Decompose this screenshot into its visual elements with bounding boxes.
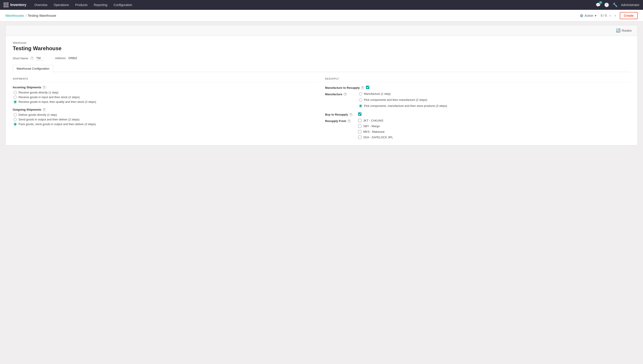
routes-button[interactable]: 🔄 Routes xyxy=(614,28,634,34)
outgoing-radio-3[interactable] xyxy=(14,123,17,126)
incoming-label-1: Receive goods directly (1 step) xyxy=(19,91,58,94)
mfg-option-1: Manufacture (1 step) xyxy=(358,92,447,96)
gear-icon: ⚙️ xyxy=(580,14,583,18)
mfg-label-2: Pick components and then manufacture (2 … xyxy=(364,98,427,102)
app-name: Inventory xyxy=(10,3,26,7)
settings-icon[interactable]: 🔧 xyxy=(613,2,617,7)
buy-to-resupply-checkbox[interactable] xyxy=(358,112,362,116)
incoming-option-3: Receive goods in input, then quality and… xyxy=(13,100,318,104)
mfg-option-2: Pick components and then manufacture (2 … xyxy=(358,98,447,102)
incoming-radio-1[interactable] xyxy=(14,91,17,94)
manufacture-label: Manufacture ? xyxy=(325,92,356,96)
resupply-from-checkbox-3[interactable] xyxy=(358,130,362,134)
short-name-label: Short Name xyxy=(13,57,28,60)
main-content: 🔄 Routes Warehouse Testing Warehouse Sho… xyxy=(0,22,643,149)
menu-operations[interactable]: Operations xyxy=(51,2,72,8)
manufacture-options: Manufacture (1 step) Pick components and… xyxy=(358,92,447,109)
top-menu: Overview Operations Products Reporting C… xyxy=(32,2,596,8)
breadcrumb-bar: Warehouses / Testing Warehouse ⚙️ Action… xyxy=(0,10,643,22)
menu-overview[interactable]: Overview xyxy=(32,2,50,8)
app-logo[interactable]: Inventory xyxy=(4,2,26,7)
pagination: 5 / 5 ‹ › xyxy=(601,13,617,18)
form-card: 🔄 Routes Warehouse Testing Warehouse Sho… xyxy=(5,25,638,146)
resupply-from-help: ? xyxy=(348,120,351,123)
address-value[interactable]: ORBIZ xyxy=(67,56,78,60)
pagination-text: 5 / 5 xyxy=(601,14,607,18)
buy-resupply-help: ? xyxy=(350,113,353,116)
resupply-from-label-3: MKS - Makassar xyxy=(363,130,385,134)
resupply-from-checkbox-1[interactable] xyxy=(358,119,362,122)
short-name-field: Short Name ? TW xyxy=(13,56,44,60)
resupply-from-item-2: SBY - Margo xyxy=(358,124,393,128)
outgoing-shipments-label: Outgoing Shipments ? xyxy=(13,108,318,111)
resupply-from-item-4: SDA - SAFELOCK 3PL xyxy=(358,136,393,139)
next-page-button[interactable]: › xyxy=(613,13,617,18)
mfg-label-3: Pick components, manufacture and then st… xyxy=(364,104,447,108)
outgoing-radio-2[interactable] xyxy=(14,118,17,121)
outgoing-option-3: Pack goods, send goods in output and the… xyxy=(13,122,318,126)
top-navigation: Inventory Overview Operations Products R… xyxy=(0,0,643,10)
resupply-section: RESUPPLY Manufacture to Resupply ? Manuf… xyxy=(325,78,630,140)
outgoing-option-2: Send goods in output and then deliver (2… xyxy=(13,118,318,121)
resupply-from-item-3: MKS - Makassar xyxy=(358,130,393,134)
incoming-label-text: Incoming Shipments xyxy=(13,86,41,89)
form-body: Warehouse Testing Warehouse Short Name ?… xyxy=(6,36,637,145)
short-name-value[interactable]: TW xyxy=(35,56,44,60)
create-button[interactable]: Create xyxy=(620,12,638,19)
manufacture-to-resupply-label: Manufacture to Resupply ? xyxy=(325,86,364,90)
tabs: Warehouse Configuration xyxy=(13,65,630,72)
resupply-from-checkbox-4[interactable] xyxy=(358,136,362,139)
mfg-radio-3[interactable] xyxy=(359,104,362,108)
resupply-from-options: JKT - CAKUNG SBY - Margo MKS - Makassar xyxy=(358,119,393,140)
incoming-radio-2[interactable] xyxy=(14,96,17,99)
resupply-from-label-2: SBY - Margo xyxy=(363,124,380,128)
resupply-from-section: Resupply From ? JKT - CAKUNG SBY - Margo xyxy=(325,119,630,140)
menu-configuration[interactable]: Configuration xyxy=(111,2,135,8)
breadcrumb-warehouses[interactable]: Warehouses xyxy=(5,14,24,18)
manufacture-to-resupply-row: Manufacture to Resupply ? xyxy=(325,86,630,90)
incoming-help: ? xyxy=(43,86,46,89)
resupply-from-checkbox-2[interactable] xyxy=(358,124,362,128)
resupply-from-label: Resupply From ? xyxy=(325,119,356,123)
mfg-radio-1[interactable] xyxy=(359,92,362,96)
mfg-option-3: Pick components, manufacture and then st… xyxy=(358,104,447,108)
chevron-down-icon: ▾ xyxy=(595,14,596,18)
action-label: Action xyxy=(585,14,593,18)
menu-reporting[interactable]: Reporting xyxy=(91,2,110,8)
outgoing-help: ? xyxy=(43,108,46,111)
outgoing-option-1: Deliver goods directly (1 step) xyxy=(13,113,318,116)
prev-page-button[interactable]: ‹ xyxy=(608,13,612,18)
incoming-label-2: Receive goods in input and then stock (2… xyxy=(19,96,80,99)
address-label: Address xyxy=(55,56,66,60)
tab-warehouse-config[interactable]: Warehouse Configuration xyxy=(13,65,53,72)
topnav-right: 💬 4 🕐 🔧 Administrator xyxy=(596,2,639,7)
menu-products[interactable]: Products xyxy=(73,2,90,8)
warehouse-field-label: Warehouse xyxy=(13,41,630,44)
manufacture-row: Manufacture ? Manufacture (1 step) Pick … xyxy=(325,92,630,109)
mfg-radio-2[interactable] xyxy=(359,98,362,102)
warehouse-title: Testing Warehouse xyxy=(13,45,630,52)
outgoing-label-text: Outgoing Shipments xyxy=(13,108,41,111)
resupply-from-label-4: SDA - SAFELOCK 3PL xyxy=(363,136,393,139)
incoming-radio-3[interactable] xyxy=(14,100,17,104)
incoming-option-1: Receive goods directly (1 step) xyxy=(13,91,318,94)
messages-icon[interactable]: 💬 4 xyxy=(596,2,600,7)
buy-to-resupply-row: Buy to Resupply ? xyxy=(325,112,630,116)
short-name-help: ? xyxy=(30,57,34,60)
breadcrumb-separator: / xyxy=(26,14,26,18)
outgoing-radio-1[interactable] xyxy=(14,113,17,116)
shipments-section: SHIPMENTS Incoming Shipments ? Receive g… xyxy=(13,78,318,140)
incoming-option-2: Receive goods in input and then stock (2… xyxy=(13,96,318,99)
breadcrumb-current: Testing Warehouse xyxy=(28,14,56,18)
notification-badge: 4 xyxy=(599,1,602,4)
user-menu[interactable]: Administrator xyxy=(621,3,639,7)
resupply-from-item-1: JKT - CAKUNG xyxy=(358,119,393,122)
routes-label: Routes xyxy=(622,29,631,32)
mfg-resupply-help: ? xyxy=(361,86,364,90)
manufacture-to-resupply-checkbox[interactable] xyxy=(366,86,369,89)
shipments-title: SHIPMENTS xyxy=(13,78,318,82)
clock-icon[interactable]: 🕐 xyxy=(604,2,609,7)
action-button[interactable]: ⚙️ Action ▾ xyxy=(578,13,598,18)
breadcrumb-actions: ⚙️ Action ▾ 5 / 5 ‹ › Create xyxy=(578,12,638,19)
resupply-title: RESUPPLY xyxy=(325,78,630,82)
